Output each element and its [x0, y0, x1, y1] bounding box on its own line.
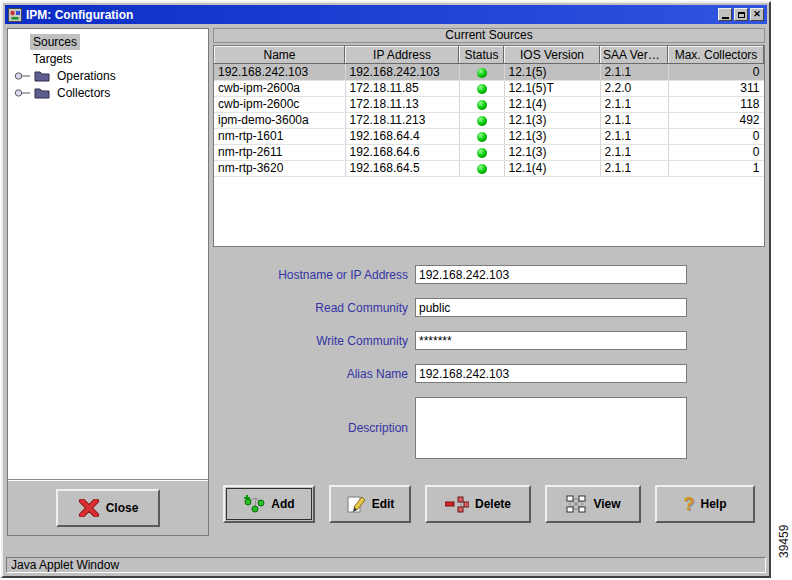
cell-ip-address[interactable]: 192.168.64.5: [345, 160, 459, 176]
cell-max-collectors[interactable]: 311: [668, 80, 764, 96]
tree-item-operations[interactable]: Operations: [8, 67, 208, 84]
sources-table[interactable]: Name IP Address Status IOS Version SAA V…: [213, 45, 765, 247]
close-window-button[interactable]: ✕: [750, 8, 764, 21]
description-textarea[interactable]: [415, 397, 687, 459]
cell-name[interactable]: cwb-ipm-2600a: [214, 80, 345, 96]
cell-saa-version[interactable]: 2.1.1: [600, 64, 668, 80]
column-header-saa-version[interactable]: SAA Versi...: [600, 46, 668, 64]
cell-ip-address[interactable]: 192.168.64.6: [345, 144, 459, 160]
cell-saa-version[interactable]: 2.1.1: [600, 160, 668, 176]
cell-ip-address[interactable]: 172.18.11.213: [345, 112, 459, 128]
cell-ios-version[interactable]: 12.1(5): [504, 64, 600, 80]
maximize-button[interactable]: [734, 8, 748, 21]
table-row[interactable]: cwb-ipm-2600a 172.18.11.85 12.1(5)T 2.2.…: [214, 80, 764, 96]
window-controls: ✕: [718, 8, 764, 21]
column-header-max-collectors[interactable]: Max. Collectors: [668, 46, 764, 64]
table-row[interactable]: cwb-ipm-2600c 172.18.11.13 12.1(4) 2.1.1…: [214, 96, 764, 112]
table-row[interactable]: nm-rtp-3620 192.168.64.5 12.1(4) 2.1.1 1: [214, 160, 764, 176]
edit-button-label: Edit: [372, 497, 395, 511]
cell-name[interactable]: nm-rtp-2611: [214, 144, 345, 160]
view-button-label: View: [593, 497, 620, 511]
minimize-icon: [722, 17, 729, 19]
tree-item-collectors[interactable]: Collectors: [8, 84, 208, 101]
cell-max-collectors[interactable]: 0: [668, 144, 764, 160]
cell-max-collectors[interactable]: 1: [668, 160, 764, 176]
tree-item-label: Sources: [30, 34, 80, 50]
cell-name[interactable]: nm-rtp-1601: [214, 128, 345, 144]
delete-node-icon: [445, 494, 469, 514]
table-header-row: Name IP Address Status IOS Version SAA V…: [214, 46, 764, 64]
column-header-name[interactable]: Name: [214, 46, 345, 64]
cell-max-collectors[interactable]: 118: [668, 96, 764, 112]
cell-name[interactable]: cwb-ipm-2600c: [214, 96, 345, 112]
cell-name[interactable]: nm-rtp-3620: [214, 160, 345, 176]
add-button[interactable]: Add: [223, 485, 315, 523]
column-header-ios-version[interactable]: IOS Version: [504, 46, 600, 64]
cell-ip-address[interactable]: 172.18.11.85: [345, 80, 459, 96]
write-community-input[interactable]: [415, 331, 687, 350]
cell-status[interactable]: [459, 128, 504, 144]
cell-max-collectors[interactable]: 0: [668, 64, 764, 80]
cell-status[interactable]: [459, 160, 504, 176]
folder-icon: [34, 70, 50, 82]
cell-saa-version[interactable]: 2.1.1: [600, 112, 668, 128]
cell-ios-version[interactable]: 12.1(3): [504, 128, 600, 144]
close-button[interactable]: Close: [56, 489, 160, 527]
table-row[interactable]: nm-rtp-2611 192.168.64.6 12.1(3) 2.1.1 0: [214, 144, 764, 160]
status-up-icon: [477, 148, 487, 158]
hostname-label: Hostname or IP Address: [213, 268, 415, 282]
cell-ios-version[interactable]: 12.1(3): [504, 112, 600, 128]
title-bar[interactable]: IPM: Configuration ✕: [5, 5, 767, 24]
cell-status[interactable]: [459, 64, 504, 80]
view-button[interactable]: View: [545, 485, 641, 523]
app-icon: [8, 8, 22, 22]
cell-saa-version[interactable]: 2.1.1: [600, 144, 668, 160]
column-header-ip-address[interactable]: IP Address: [345, 46, 459, 64]
expand-handle-icon[interactable]: [14, 71, 32, 81]
source-form: Hostname or IP Address Read Community Wr…: [213, 265, 765, 459]
table-row[interactable]: 192.168.242.103 192.168.242.103 12.1(5) …: [214, 64, 764, 80]
alias-name-input[interactable]: [415, 364, 687, 383]
help-button[interactable]: ? Help: [655, 485, 755, 523]
cell-ip-address[interactable]: 172.18.11.13: [345, 96, 459, 112]
cell-saa-version[interactable]: 2.1.1: [600, 128, 668, 144]
cell-ios-version[interactable]: 12.1(4): [504, 96, 600, 112]
status-bar: Java Applet Window: [6, 557, 766, 573]
cell-status[interactable]: [459, 112, 504, 128]
view-topology-icon: [565, 494, 587, 514]
cell-max-collectors[interactable]: 492: [668, 112, 764, 128]
cell-ios-version[interactable]: 12.1(3): [504, 144, 600, 160]
delete-button[interactable]: Delete: [425, 485, 531, 523]
cell-ip-address[interactable]: 192.168.64.4: [345, 128, 459, 144]
read-community-input[interactable]: [415, 298, 687, 317]
cell-ios-version[interactable]: 12.1(5)T: [504, 80, 600, 96]
tree-item-targets[interactable]: Targets: [8, 50, 208, 67]
cell-name[interactable]: 192.168.242.103: [214, 64, 345, 80]
tree-item-sources[interactable]: Sources: [8, 33, 208, 50]
hostname-input[interactable]: [415, 265, 687, 284]
table-row[interactable]: nm-rtp-1601 192.168.64.4 12.1(3) 2.1.1 0: [214, 128, 764, 144]
cell-max-collectors[interactable]: 0: [668, 128, 764, 144]
cell-saa-version[interactable]: 2.2.0: [600, 80, 668, 96]
status-up-icon: [477, 116, 487, 126]
figure-number: 39459: [777, 525, 791, 558]
cell-status[interactable]: [459, 80, 504, 96]
status-up-icon: [477, 100, 487, 110]
app-window: IPM: Configuration ✕ Sources Targets: [1, 1, 771, 578]
cell-saa-version[interactable]: 2.1.1: [600, 96, 668, 112]
expand-handle-icon[interactable]: [14, 88, 32, 98]
cell-ip-address[interactable]: 192.168.242.103: [345, 64, 459, 80]
minimize-button[interactable]: [718, 8, 732, 21]
cell-status[interactable]: [459, 144, 504, 160]
cell-status[interactable]: [459, 96, 504, 112]
window-title: IPM: Configuration: [26, 8, 714, 22]
status-bar-text: Java Applet Window: [11, 558, 119, 572]
maximize-icon: [738, 12, 745, 18]
cell-ios-version[interactable]: 12.1(4): [504, 160, 600, 176]
cell-name[interactable]: ipm-demo-3600a: [214, 112, 345, 128]
column-header-status[interactable]: Status: [459, 46, 504, 64]
close-button-label: Close: [106, 501, 139, 515]
edit-button[interactable]: Edit: [329, 485, 411, 523]
table-row[interactable]: ipm-demo-3600a 172.18.11.213 12.1(3) 2.1…: [214, 112, 764, 128]
tree-item-label: Collectors: [54, 85, 113, 101]
